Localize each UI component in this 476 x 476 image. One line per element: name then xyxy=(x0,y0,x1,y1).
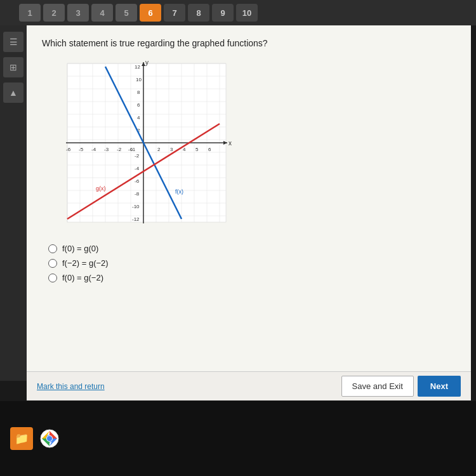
svg-text:6: 6 xyxy=(208,147,211,152)
svg-text:4: 4 xyxy=(137,115,140,121)
bottom-action-bar: Mark this and return Save and Exit Next xyxy=(27,371,471,400)
f-label: f(x) xyxy=(175,188,183,195)
chrome-icon[interactable] xyxy=(38,427,61,450)
taskbar: 📁 xyxy=(0,401,476,476)
svg-text:x: x xyxy=(228,140,232,147)
svg-text:-4: -4 xyxy=(91,147,96,152)
tab-1[interactable]: 1 xyxy=(19,4,41,22)
tab-9[interactable]: 9 xyxy=(212,4,234,22)
svg-text:4: 4 xyxy=(183,147,186,152)
sidebar-grid-icon[interactable]: ⊞ xyxy=(3,57,23,77)
svg-text:-1: -1 xyxy=(131,147,136,152)
main-content: Which statement is true regarding the gr… xyxy=(27,25,471,371)
question-tabs: 1 2 3 4 5 6 7 8 9 10 xyxy=(19,4,258,22)
graph-container: x y -6 -6 -5 -4 -3 -2 -1 2 3 4 5 6 12 10… xyxy=(48,57,239,235)
svg-text:-2: -2 xyxy=(135,153,140,159)
svg-text:6: 6 xyxy=(137,102,140,108)
tab-7[interactable]: 7 xyxy=(164,4,185,22)
question-text: Which statement is true regarding the gr… xyxy=(42,38,456,48)
answer-choice-2[interactable]: f(−2) = g(−2) xyxy=(48,258,456,268)
svg-text:12: 12 xyxy=(135,64,140,70)
next-button[interactable]: Next xyxy=(418,376,461,397)
radio-1[interactable] xyxy=(48,244,57,253)
svg-text:-5: -5 xyxy=(79,147,84,152)
save-exit-button[interactable]: Save and Exit xyxy=(341,376,414,397)
tab-8[interactable]: 8 xyxy=(188,4,209,22)
svg-text:-4: -4 xyxy=(135,166,140,171)
tab-5[interactable]: 5 xyxy=(116,4,137,22)
svg-text:-12: -12 xyxy=(132,216,140,222)
answer-label-1: f(0) = g(0) xyxy=(62,244,98,253)
svg-text:10: 10 xyxy=(136,77,142,83)
folder-icon[interactable]: 📁 xyxy=(10,427,33,450)
sidebar-arrow-icon[interactable]: ▲ xyxy=(3,83,23,103)
svg-text:-2: -2 xyxy=(117,147,122,152)
g-label: g(x) xyxy=(96,185,106,192)
radio-2[interactable] xyxy=(48,259,57,268)
radio-3[interactable] xyxy=(48,274,57,282)
top-navigation-bar: 1 2 3 4 5 6 7 8 9 10 xyxy=(0,0,476,25)
tab-2[interactable]: 2 xyxy=(43,4,65,22)
answer-choice-1[interactable]: f(0) = g(0) xyxy=(48,244,456,253)
answer-label-2: f(−2) = g(−2) xyxy=(62,258,109,268)
svg-text:-6: -6 xyxy=(135,178,140,184)
svg-text:3: 3 xyxy=(170,147,173,152)
svg-text:-3: -3 xyxy=(104,147,109,152)
svg-text:y: y xyxy=(145,59,149,66)
mark-return-link[interactable]: Mark this and return xyxy=(37,382,105,391)
svg-text:-8: -8 xyxy=(135,191,140,197)
answer-choices: f(0) = g(0) f(−2) = g(−2) f(0) = g(−2) xyxy=(48,244,456,282)
tab-6[interactable]: 6 xyxy=(140,4,161,22)
answer-choice-3[interactable]: f(0) = g(−2) xyxy=(48,273,456,282)
left-sidebar: ☰ ⊞ ▲ xyxy=(0,25,27,381)
answer-label-3: f(0) = g(−2) xyxy=(62,273,103,282)
svg-text:2: 2 xyxy=(157,147,161,152)
svg-text:5: 5 xyxy=(195,147,199,152)
svg-text:-10: -10 xyxy=(132,204,140,209)
action-buttons: Save and Exit Next xyxy=(341,376,461,397)
tab-10[interactable]: 10 xyxy=(236,4,258,22)
sidebar-menu-icon[interactable]: ☰ xyxy=(3,32,23,52)
tab-3[interactable]: 3 xyxy=(67,4,89,22)
tab-4[interactable]: 4 xyxy=(91,4,113,22)
svg-text:-6: -6 xyxy=(66,147,71,152)
svg-point-62 xyxy=(47,436,52,441)
svg-text:8: 8 xyxy=(137,89,140,95)
graph-svg: x y -6 -6 -5 -4 -3 -2 -1 2 3 4 5 6 12 10… xyxy=(48,57,239,235)
